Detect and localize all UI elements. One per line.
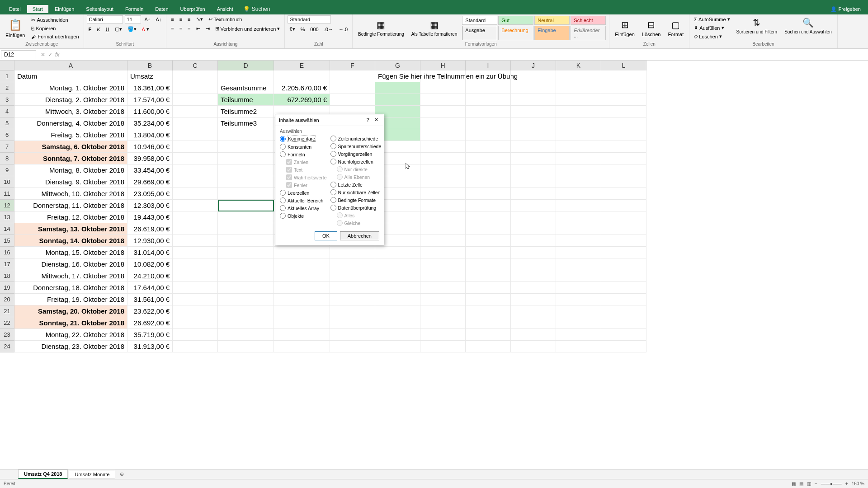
- cell-C8[interactable]: [173, 153, 218, 164]
- cell-C1[interactable]: [173, 70, 218, 82]
- dialog-close-button[interactable]: ✕: [373, 117, 380, 122]
- cell-I10[interactable]: [466, 176, 511, 188]
- italic-button[interactable]: K: [95, 26, 102, 33]
- cell-J20[interactable]: [511, 294, 556, 305]
- cell-J5[interactable]: [511, 117, 556, 129]
- cell-I5[interactable]: [466, 117, 511, 129]
- cell-I3[interactable]: [466, 94, 511, 106]
- row-header[interactable]: 16: [0, 247, 14, 258]
- cell-L15[interactable]: [601, 235, 646, 247]
- cell-I20[interactable]: [466, 294, 511, 305]
- cell-B11[interactable]: 23.095,00 €: [127, 188, 173, 200]
- cell-H13[interactable]: [420, 211, 466, 223]
- fill-color-button[interactable]: 🪣▾: [126, 25, 138, 33]
- radio-formeln[interactable]: [280, 151, 286, 157]
- sheet-tab-add-button[interactable]: ⊕: [116, 470, 127, 479]
- cell-K7[interactable]: [556, 141, 601, 153]
- radio-objekte[interactable]: [280, 213, 286, 219]
- cell-E2[interactable]: 2.205.670,00 €: [274, 82, 330, 94]
- cell-B19[interactable]: 17.644,00 €: [127, 282, 173, 294]
- cell-J9[interactable]: [511, 164, 556, 176]
- cell-A2[interactable]: Montag, 1. Oktober 2018: [14, 82, 127, 94]
- cell-G24[interactable]: [375, 341, 420, 352]
- cell-K8[interactable]: [556, 153, 601, 164]
- cell-J1[interactable]: [511, 70, 556, 82]
- style-berechnung[interactable]: Berechnung: [498, 26, 533, 40]
- decrease-decimal-button[interactable]: ←.0: [337, 26, 349, 33]
- cell-A22[interactable]: Sonntag, 21. Oktober 2018: [14, 317, 127, 329]
- cell-L10[interactable]: [601, 176, 646, 188]
- cell-H1[interactable]: [420, 70, 466, 82]
- cell-L21[interactable]: [601, 305, 646, 317]
- cell-B6[interactable]: 13.804,00 €: [127, 129, 173, 141]
- cell-L7[interactable]: [601, 141, 646, 153]
- row-header[interactable]: 2: [0, 82, 14, 94]
- cell-L19[interactable]: [601, 282, 646, 294]
- cell-K21[interactable]: [556, 305, 601, 317]
- cell-A8[interactable]: Sonntag, 7. Oktober 2018: [14, 153, 127, 164]
- cell-C10[interactable]: [173, 176, 218, 188]
- align-middle-button[interactable]: ≡: [178, 16, 184, 23]
- col-header-H[interactable]: H: [420, 61, 466, 70]
- cell-D16[interactable]: [218, 247, 274, 258]
- cell-L9[interactable]: [601, 164, 646, 176]
- autosum-button[interactable]: Σ AutoSumme ▾: [692, 15, 731, 23]
- zoom-slider[interactable]: ——●——: [821, 481, 842, 486]
- orientation-button[interactable]: ⤡▾: [194, 15, 205, 23]
- cell-C4[interactable]: [173, 106, 218, 117]
- row-header[interactable]: 15: [0, 235, 14, 247]
- cell-J7[interactable]: [511, 141, 556, 153]
- cell-A20[interactable]: Freitag, 19. Oktober 2018: [14, 294, 127, 305]
- cell-I22[interactable]: [466, 317, 511, 329]
- cell-A13[interactable]: Freitag, 12. Oktober 2018: [14, 211, 127, 223]
- cell-E1[interactable]: [274, 70, 330, 82]
- cell-L16[interactable]: [601, 247, 646, 258]
- cell-L1[interactable]: [601, 70, 646, 82]
- format-as-table-button[interactable]: ▦Als Tabelle formatieren: [409, 18, 460, 38]
- cell-L12[interactable]: [601, 200, 646, 211]
- cell-I9[interactable]: [466, 164, 511, 176]
- cell-B3[interactable]: 17.574,00 €: [127, 94, 173, 106]
- cell-J16[interactable]: [511, 247, 556, 258]
- cell-H16[interactable]: [420, 247, 466, 258]
- cell-E18[interactable]: [274, 270, 330, 282]
- cell-C9[interactable]: [173, 164, 218, 176]
- cell-F3[interactable]: [330, 94, 375, 106]
- cell-A14[interactable]: Samstag, 13. Oktober 2018: [14, 223, 127, 235]
- cell-D11[interactable]: [218, 188, 274, 200]
- cell-I14[interactable]: [466, 223, 511, 235]
- cell-H3[interactable]: [420, 94, 466, 106]
- cell-L6[interactable]: [601, 129, 646, 141]
- cell-H5[interactable]: [420, 117, 466, 129]
- tab-datei[interactable]: Datei: [4, 5, 26, 13]
- copy-button[interactable]: ⎘Kopieren: [29, 25, 80, 32]
- cell-L2[interactable]: [601, 82, 646, 94]
- cell-K22[interactable]: [556, 317, 601, 329]
- col-header-C[interactable]: C: [173, 61, 218, 70]
- cell-L24[interactable]: [601, 341, 646, 352]
- cell-C20[interactable]: [173, 294, 218, 305]
- zoom-out-button[interactable]: −: [815, 481, 817, 486]
- wrap-text-button[interactable]: ↩ Textumbruch: [207, 15, 244, 23]
- cell-A21[interactable]: Samstag, 20. Oktober 2018: [14, 305, 127, 317]
- cell-C3[interactable]: [173, 94, 218, 106]
- row-header[interactable]: 18: [0, 270, 14, 282]
- cell-L18[interactable]: [601, 270, 646, 282]
- cell-C19[interactable]: [173, 282, 218, 294]
- cell-G21[interactable]: [375, 305, 420, 317]
- cell-L5[interactable]: [601, 117, 646, 129]
- cell-F20[interactable]: [330, 294, 375, 305]
- cell-J2[interactable]: [511, 82, 556, 94]
- cell-C13[interactable]: [173, 211, 218, 223]
- cell-J23[interactable]: [511, 329, 556, 341]
- cell-L20[interactable]: [601, 294, 646, 305]
- cell-K23[interactable]: [556, 329, 601, 341]
- style-ausgabe[interactable]: Ausgabe: [462, 26, 497, 40]
- cell-J10[interactable]: [511, 176, 556, 188]
- cell-H11[interactable]: [420, 188, 466, 200]
- share-button[interactable]: 👤 Freigeben: [830, 6, 861, 12]
- cell-D4[interactable]: Teilsumme2: [218, 106, 274, 117]
- cell-C15[interactable]: [173, 235, 218, 247]
- cell-D15[interactable]: [218, 235, 274, 247]
- cell-C6[interactable]: [173, 129, 218, 141]
